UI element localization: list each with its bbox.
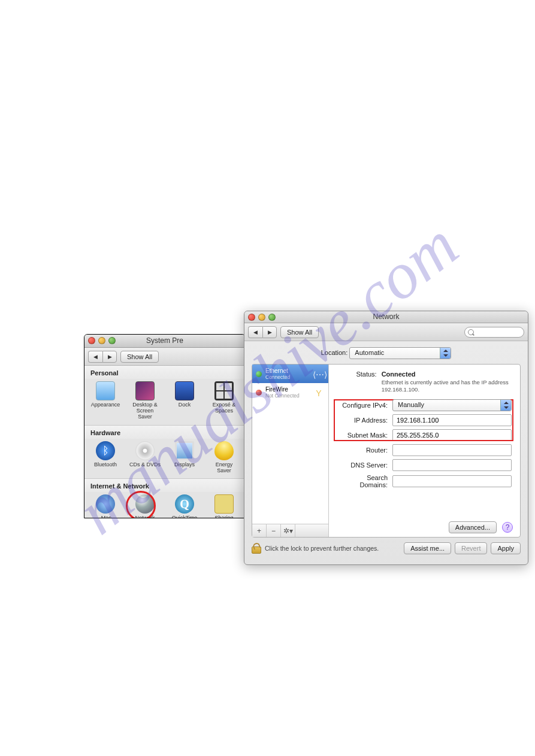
quicktime-icon: Q <box>175 494 194 514</box>
lock-icon[interactable] <box>252 543 261 554</box>
bluetooth-icon: ᛒ <box>96 441 115 460</box>
pref-label: Energy Saver <box>208 462 240 474</box>
search-domains-row: Search Domains: <box>337 474 512 488</box>
forward-button[interactable]: ▶ <box>102 351 117 363</box>
advanced-row: Advanced... ? <box>449 521 513 533</box>
pref-mac[interactable]: .Mac <box>89 494 122 518</box>
status-dot-icon <box>256 390 262 396</box>
footer-buttons: Assist me... Revert Apply <box>404 542 521 554</box>
nav-buttons: ◀ ▶ <box>88 351 117 363</box>
network-toolbar: ◀ ▶ Show All <box>244 323 528 341</box>
configure-value: Manually <box>398 401 424 408</box>
pref-expose[interactable]: Exposé & Spaces <box>208 381 240 420</box>
system-preferences-window: System Pre ◀ ▶ Show All Personal Appeara… <box>84 334 246 518</box>
displays-icon <box>175 441 194 460</box>
sysprefs-body: Personal Appearance Desktop & Screen Sav… <box>84 366 245 518</box>
add-service-button[interactable]: + <box>252 524 267 537</box>
pref-label: Appearance <box>89 402 122 408</box>
section-hardware-row: ᛒBluetooth CDs & DVDs Displays Energy Sa… <box>84 439 245 479</box>
location-select[interactable]: Automatic <box>349 347 451 359</box>
service-name: Ethernet <box>265 368 309 375</box>
search-domains-input[interactable] <box>392 475 512 487</box>
forward-button[interactable]: ▶ <box>262 326 277 338</box>
service-status: Not Connected <box>265 393 309 399</box>
location-label: Location: <box>321 349 348 356</box>
pref-desktop[interactable]: Desktop & Screen Saver <box>129 381 161 420</box>
network-window: Network ◀ ▶ Show All Location: Automatic… <box>244 311 528 565</box>
revert-button[interactable]: Revert <box>455 542 487 554</box>
pref-network[interactable]: Network <box>129 494 161 518</box>
section-personal-header: Personal <box>84 366 245 379</box>
chevron-updown-icon <box>500 400 511 411</box>
status-dot-icon <box>256 371 262 377</box>
router-input[interactable] <box>392 444 512 456</box>
status-label: Status: <box>337 371 382 393</box>
pref-bluetooth[interactable]: ᛒBluetooth <box>89 441 122 474</box>
dns-row: DNS Server: <box>337 459 512 471</box>
sysprefs-titlebar: System Pre <box>84 335 245 348</box>
service-firewire[interactable]: FireWire Not Connected Y <box>252 383 328 402</box>
pref-quicktime[interactable]: QQuickTime <box>168 494 201 518</box>
service-actions-button[interactable]: ✲▾ <box>281 524 295 537</box>
search-input[interactable] <box>464 327 524 338</box>
pref-energy[interactable]: Energy Saver <box>208 441 240 474</box>
pref-label: Sharing <box>208 515 240 518</box>
service-list-buttons: + − ✲▾ <box>252 524 328 537</box>
pref-appearance[interactable]: Appearance <box>89 381 122 420</box>
service-list: Ethernet Connected ⟨⋯⟩ FireWire Not Conn… <box>252 365 329 537</box>
location-row: Location: Automatic <box>244 341 528 364</box>
pref-label: .Mac <box>89 515 122 518</box>
energy-icon <box>214 441 234 460</box>
pref-label: CDs & DVDs <box>129 462 161 468</box>
sysprefs-title: System Pre <box>84 336 245 345</box>
ethernet-glyph-icon: ⟨⋯⟩ <box>313 370 325 378</box>
pref-label: Exposé & Spaces <box>208 402 240 414</box>
highlight-circle-icon <box>126 491 156 518</box>
location-value: Automatic <box>355 349 384 356</box>
pref-sharing[interactable]: Sharing <box>208 494 240 518</box>
pref-label: Desktop & Screen Saver <box>129 402 161 420</box>
sharing-icon <box>214 494 234 514</box>
back-button[interactable]: ◀ <box>88 351 102 363</box>
advanced-button[interactable]: Advanced... <box>449 521 497 533</box>
section-hardware-header: Hardware <box>84 426 245 439</box>
network-titlebar: Network <box>244 311 528 323</box>
configure-select[interactable]: Manually <box>392 399 512 411</box>
nav-buttons: ◀ ▶ <box>248 326 277 338</box>
network-detail: Status: Connected Ethernet is currently … <box>329 365 520 537</box>
status-value: Connected <box>382 371 416 378</box>
router-label: Router: <box>337 447 392 454</box>
section-internet-row: .Mac Network QQuickTime Sharing <box>84 492 245 518</box>
service-status: Connected <box>265 375 309 381</box>
chevron-updown-icon <box>440 348 451 359</box>
router-row: Router: <box>337 444 512 456</box>
pref-label: Dock <box>168 402 201 408</box>
assist-button[interactable]: Assist me... <box>404 542 451 554</box>
pref-cds[interactable]: CDs & DVDs <box>129 441 161 474</box>
firewire-glyph-icon: Y <box>313 388 325 397</box>
dns-label: DNS Server: <box>337 462 392 469</box>
remove-service-button[interactable]: − <box>267 524 281 537</box>
apply-button[interactable]: Apply <box>491 542 521 554</box>
desktop-icon <box>135 381 155 400</box>
appearance-icon <box>96 381 115 400</box>
service-ethernet[interactable]: Ethernet Connected ⟨⋯⟩ <box>252 365 328 383</box>
show-all-button[interactable]: Show All <box>120 351 159 363</box>
search-domains-label: Search Domains: <box>337 474 392 488</box>
back-button[interactable]: ◀ <box>248 326 262 338</box>
network-main: Ethernet Connected ⟨⋯⟩ FireWire Not Conn… <box>252 364 521 538</box>
network-footer: Click the lock to prevent further change… <box>244 538 528 560</box>
network-title: Network <box>244 312 528 321</box>
expose-icon <box>214 381 234 400</box>
pref-label: QuickTime <box>168 515 201 518</box>
dns-input[interactable] <box>392 459 512 471</box>
cd-icon <box>135 441 155 460</box>
pref-dock[interactable]: Dock <box>168 381 201 420</box>
pref-displays[interactable]: Displays <box>168 441 201 474</box>
pref-label: Displays <box>168 462 201 468</box>
status-description: Ethernet is currently active and has the… <box>382 379 512 393</box>
show-all-button[interactable]: Show All <box>280 326 319 338</box>
section-internet-header: Internet & Network <box>84 479 245 492</box>
help-icon[interactable]: ? <box>502 522 513 533</box>
section-personal-row: Appearance Desktop & Screen Saver Dock E… <box>84 379 245 426</box>
